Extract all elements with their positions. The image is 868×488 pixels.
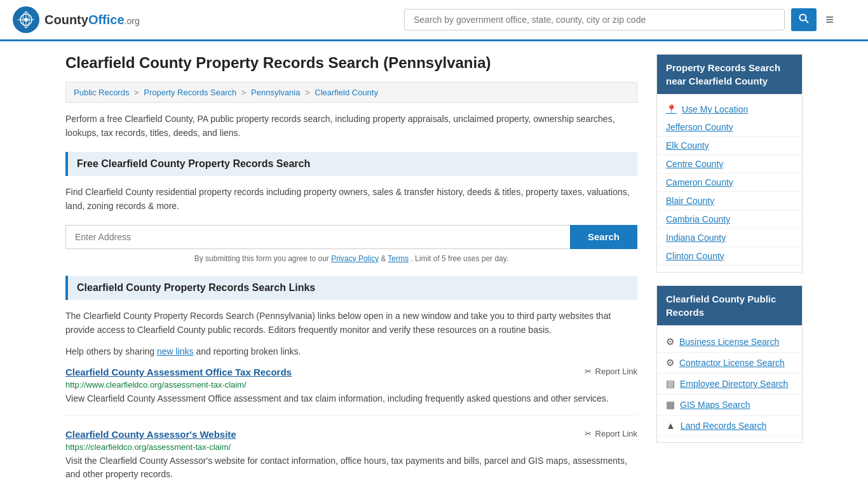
link-item-1: Clearfield County Assessment Office Tax … [65,367,637,416]
content-area: Clearfield County Property Records Searc… [65,54,637,488]
breadcrumb-pennsylvania[interactable]: Pennsylvania [251,88,300,97]
form-disclaimer: By submitting this form you agree to our… [65,254,637,263]
sidebar-county-indiana[interactable]: Indiana County [657,229,802,247]
sidebar-county-centre[interactable]: Centre County [657,155,802,173]
scissors-icon-2: ✂ [585,429,592,438]
svg-point-5 [24,18,28,22]
privacy-policy-link[interactable]: Privacy Policy [331,254,379,263]
main-container: Clearfield County Property Records Searc… [53,41,815,488]
site-header: CountyOffice.org ≡ [0,0,868,41]
gear-icon-business: ⚙ [666,336,674,348]
public-records-box: Clearfield County Public Records ⚙ Busin… [656,285,803,443]
free-search-description: Find Clearfield County residential prope… [65,185,637,214]
link-item-title-1[interactable]: Clearfield County Assessment Office Tax … [65,367,292,377]
page-title: Clearfield County Property Records Searc… [65,54,637,72]
sidebar-business-license[interactable]: ⚙ Business License Search [657,332,802,353]
nearby-counties-content: 📍 Use My Location Jefferson County Elk C… [657,94,802,272]
land-icon: ▲ [666,420,675,431]
sidebar-land-records[interactable]: ▲ Land Records Search [657,416,802,436]
link-item-header-1: Clearfield County Assessment Office Tax … [65,367,637,377]
sidebar-contractor-license[interactable]: ⚙ Contractor License Search [657,353,802,374]
breadcrumb-clearfield-county[interactable]: Clearfield County [315,88,378,97]
use-my-location[interactable]: 📍 Use My Location [657,100,802,118]
links-header: Clearfield County Property Records Searc… [65,276,637,300]
link-url-1: http://www.clearfieldco.org/assessment-t… [65,380,637,390]
svg-line-7 [806,20,809,24]
header-search-input[interactable] [404,9,785,30]
logo-icon [13,6,39,33]
new-links-link[interactable]: new links [157,346,194,356]
sidebar: Property Records Search near Clearfield … [656,54,803,488]
breadcrumb-property-records[interactable]: Property Records Search [144,88,236,97]
logo-text: CountyOffice.org [44,13,140,27]
address-input[interactable] [65,225,570,249]
search-row: Search [65,225,637,249]
sidebar-county-cambria[interactable]: Cambria County [657,210,802,229]
public-records-content: ⚙ Business License Search ⚙ Contractor L… [657,325,802,442]
page-description: Perform a free Clearfield County, PA pub… [65,112,637,140]
scissors-icon-1: ✂ [585,367,592,376]
link-item-title-2[interactable]: Clearfield County Assessor's Website [65,429,236,440]
sidebar-gis-maps[interactable]: ▦ GIS Maps Search [657,395,802,416]
sharing-text: Help others by sharing new links and rep… [65,344,637,358]
nearby-counties-box: Property Records Search near Clearfield … [656,54,803,273]
link-desc-1: View Clearfield County Assessment Office… [65,392,637,405]
report-link-button-2[interactable]: ✂ Report Link [585,429,637,438]
map-icon: ▦ [666,399,675,410]
report-link-button-1[interactable]: ✂ Report Link [585,367,637,376]
address-search-form: Search By submitting this form you agree… [65,225,637,263]
svg-point-6 [800,15,806,21]
link-item-header-2: Clearfield County Assessor's Website ✂ R… [65,429,637,440]
logo[interactable]: CountyOffice.org [13,6,140,33]
sidebar-county-jefferson[interactable]: Jefferson County [657,118,802,137]
pin-icon: 📍 [666,104,677,114]
nearby-counties-header: Property Records Search near Clearfield … [657,55,802,94]
sidebar-county-blair[interactable]: Blair County [657,192,802,210]
link-url-2: https://clearfieldco.org/assessment-tax-… [65,442,637,452]
address-search-button[interactable]: Search [570,225,637,249]
menu-button[interactable]: ≡ [823,9,836,30]
breadcrumb-public-records[interactable]: Public Records [74,88,129,97]
free-search-header: Free Clearfield County Property Records … [65,152,637,176]
sidebar-county-elk[interactable]: Elk County [657,137,802,155]
link-desc-2: Visit the Clearfield County Assessor's w… [65,454,637,481]
links-description: The Clearfield County Property Records S… [65,309,637,337]
sidebar-county-cameron[interactable]: Cameron County [657,173,802,192]
sidebar-employee-directory[interactable]: ▤ Employee Directory Search [657,374,802,395]
header-search-area: ≡ [404,8,836,31]
breadcrumb: Public Records > Property Records Search… [65,82,637,103]
terms-link[interactable]: Terms [388,254,409,263]
header-search-button[interactable] [791,8,817,31]
link-item-2: Clearfield County Assessor's Website ✂ R… [65,429,637,488]
sidebar-county-clinton[interactable]: Clinton County [657,247,802,266]
public-records-header: Clearfield County Public Records [657,286,802,325]
directory-icon: ▤ [666,378,675,390]
gear-icon-contractor: ⚙ [666,357,674,369]
